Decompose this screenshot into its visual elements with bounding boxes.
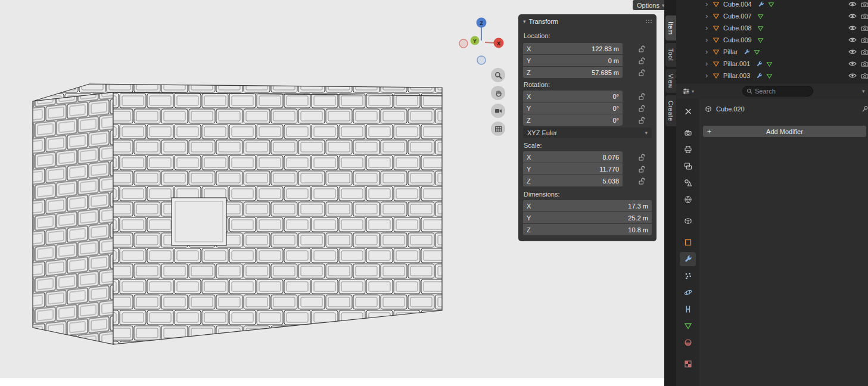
location-y-field[interactable]: Y 0 m xyxy=(523,55,623,66)
outliner-row[interactable]: › Cube.007 xyxy=(676,10,868,22)
scale-label: Scale: xyxy=(524,142,542,149)
expand-arrow-icon[interactable]: › xyxy=(705,37,713,43)
lock-icon[interactable] xyxy=(637,165,646,173)
eye-visibility-icon[interactable] xyxy=(848,73,857,79)
outliner-row[interactable]: › Pillar.003 xyxy=(676,70,868,82)
lock-icon[interactable] xyxy=(637,104,646,113)
tab-scene[interactable] xyxy=(680,176,696,190)
eye-visibility-icon[interactable] xyxy=(848,37,857,43)
rotation-mode-dropdown[interactable]: XYZ Euler ▾ xyxy=(523,127,652,138)
camera-render-icon[interactable] xyxy=(861,1,868,7)
add-modifier-button[interactable]: + Add Modifier xyxy=(703,126,866,137)
lock-icon[interactable] xyxy=(637,45,646,53)
camera-render-icon[interactable] xyxy=(861,61,868,67)
tab-tool[interactable] xyxy=(680,104,696,119)
eye-visibility-icon[interactable] xyxy=(848,49,857,55)
tab-object-data[interactable] xyxy=(680,319,696,333)
transform-panel-header[interactable]: ▾ Transform xyxy=(518,14,657,29)
tab-particles[interactable] xyxy=(680,269,696,283)
dimensions-z-field[interactable]: Z 10.8 m xyxy=(523,224,652,235)
modifier-wrench-icon xyxy=(743,49,750,55)
tab-texture[interactable] xyxy=(680,357,696,371)
editor-type-button[interactable]: ▾ xyxy=(682,87,694,95)
tab-create[interactable]: Create xyxy=(665,95,676,126)
tab-view-layer[interactable] xyxy=(680,159,696,173)
object-name[interactable]: Cube.004 xyxy=(723,1,752,8)
options-button[interactable]: Options ▾ xyxy=(633,0,664,10)
lock-icon[interactable] xyxy=(637,92,646,101)
rotation-y-field[interactable]: Y 0° xyxy=(523,102,623,114)
outliner-row[interactable]: › Cube.008 xyxy=(676,22,868,34)
lock-icon[interactable] xyxy=(637,69,646,77)
camera-render-icon[interactable] xyxy=(861,13,868,19)
scale-z-field[interactable]: Z 5.038 xyxy=(523,175,623,186)
expand-arrow-icon[interactable]: › xyxy=(705,25,713,31)
rotation-x-field[interactable]: X 0° xyxy=(523,91,623,102)
location-x-field[interactable]: X 122.83 m xyxy=(523,43,623,54)
drag-handle-icon[interactable] xyxy=(645,19,652,24)
orthographic-grid-button[interactable] xyxy=(491,122,505,136)
wireframe-wall-model[interactable] xyxy=(24,77,453,351)
expand-arrow-icon[interactable]: › xyxy=(705,1,713,7)
scale-y-field[interactable]: Y 11.770 xyxy=(523,163,623,175)
eye-visibility-icon[interactable] xyxy=(848,25,857,31)
tab-object[interactable] xyxy=(680,235,696,250)
tab-render[interactable] xyxy=(680,126,696,140)
outliner-row[interactable]: › Cube.009 xyxy=(676,34,868,46)
object-name[interactable]: Cube.009 xyxy=(723,36,752,43)
camera-view-button[interactable] xyxy=(491,104,505,118)
eye-visibility-icon[interactable] xyxy=(848,13,857,19)
active-object-name[interactable]: Cube.020 xyxy=(716,105,745,113)
tab-output[interactable] xyxy=(680,142,696,157)
zoom-button[interactable] xyxy=(491,68,505,82)
search-input[interactable] xyxy=(755,88,805,95)
eye-visibility-icon[interactable] xyxy=(848,1,857,7)
viewport-3d[interactable]: Options ▾ Z Y X xyxy=(0,0,664,378)
tab-world[interactable] xyxy=(680,192,696,207)
rotation-z-field[interactable]: Z 0° xyxy=(523,114,623,126)
outliner-row[interactable]: › Cube.004 xyxy=(676,0,868,10)
tab-item[interactable]: Item xyxy=(665,15,676,41)
location-z-field[interactable]: Z 57.685 m xyxy=(523,67,623,78)
tab-constraints[interactable] xyxy=(680,302,696,316)
lock-icon[interactable] xyxy=(637,57,646,65)
outliner-row[interactable]: › Pillar.001 xyxy=(676,58,868,70)
scale-x-field[interactable]: X 8.076 xyxy=(523,151,623,163)
expand-arrow-icon[interactable]: › xyxy=(705,73,713,79)
tab-view[interactable]: View xyxy=(665,69,676,93)
expand-arrow-icon[interactable]: › xyxy=(705,13,713,19)
object-name[interactable]: Cube.007 xyxy=(723,13,752,20)
material-sphere-icon xyxy=(684,338,692,347)
object-name[interactable]: Pillar xyxy=(723,48,738,55)
properties-tab-column xyxy=(676,99,699,386)
chevron-down-icon: ▾ xyxy=(645,130,648,136)
camera-render-icon[interactable] xyxy=(861,37,868,43)
lock-icon[interactable] xyxy=(637,177,646,185)
pan-button[interactable] xyxy=(491,86,505,100)
camera-render-icon[interactable] xyxy=(861,25,868,31)
dimensions-y-field[interactable]: Y 25.2 m xyxy=(523,212,652,223)
tab-physics[interactable] xyxy=(680,285,696,300)
tab-collection[interactable] xyxy=(680,214,696,228)
navigation-gizmo[interactable]: Z Y X xyxy=(454,14,508,68)
lock-icon[interactable] xyxy=(637,116,646,124)
camera-render-icon[interactable] xyxy=(861,49,868,55)
tab-material[interactable] xyxy=(680,335,696,350)
filter-chevron-icon[interactable]: ▾ xyxy=(862,88,865,94)
object-name[interactable]: Pillar.003 xyxy=(723,72,750,79)
eye-visibility-icon[interactable] xyxy=(848,61,857,67)
tab-tool[interactable]: Tool xyxy=(665,43,676,67)
gizmo-minus-z xyxy=(477,56,486,64)
object-name[interactable]: Cube.008 xyxy=(723,24,752,32)
lock-icon[interactable] xyxy=(637,153,646,161)
outliner-row[interactable]: › Pillar xyxy=(676,46,868,58)
dimensions-x-field[interactable]: X 17.3 m xyxy=(523,200,652,211)
tab-modifiers[interactable] xyxy=(680,252,696,266)
expand-arrow-icon[interactable]: › xyxy=(705,61,713,67)
object-name[interactable]: Pillar.001 xyxy=(723,60,750,67)
search-field[interactable] xyxy=(742,86,813,96)
expand-arrow-icon[interactable]: › xyxy=(705,49,713,55)
camera-render-icon[interactable] xyxy=(861,73,868,79)
mesh-data-icon xyxy=(768,1,774,8)
pin-icon[interactable] xyxy=(861,105,868,113)
